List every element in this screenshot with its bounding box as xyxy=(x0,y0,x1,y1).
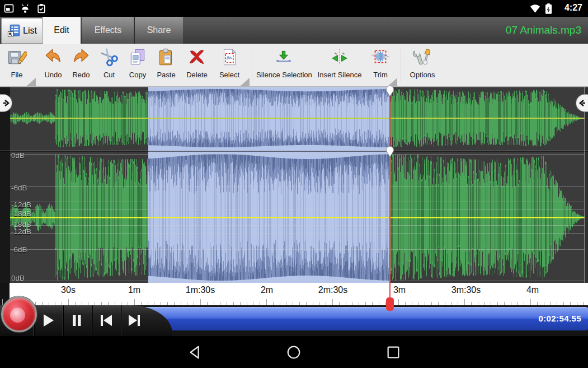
paste-button[interactable]: Paste xyxy=(152,47,180,84)
redo-button[interactable]: Redo xyxy=(68,47,94,84)
options-button[interactable]: Options xyxy=(404,47,441,84)
db-scale-label: -12dB xyxy=(11,227,31,236)
toolbar-button-label: Undo xyxy=(40,71,66,79)
toolbar-divider xyxy=(252,49,252,82)
timeline-tick xyxy=(332,299,333,305)
undo-icon xyxy=(40,47,66,69)
playhead-line[interactable] xyxy=(389,87,391,283)
toolbar-button-label: Silence Selection xyxy=(256,71,311,79)
timeline-tick xyxy=(398,299,399,305)
screenshot-icon xyxy=(3,3,15,14)
toolbar: FileUndoRedoCutCopyPasteDeleteSelectSile… xyxy=(0,44,588,87)
waveform-canvas[interactable] xyxy=(0,87,588,283)
timeline-tick xyxy=(2,299,3,305)
select-icon xyxy=(214,47,245,69)
timeline-label: 1m:30s xyxy=(186,285,215,295)
timeline-label: 2m xyxy=(261,285,273,295)
copy-icon xyxy=(124,47,151,69)
transport-bar: 0:02:54.55 xyxy=(0,305,588,336)
transport-separator xyxy=(121,305,121,336)
cut-icon xyxy=(96,47,122,69)
timeline-tick xyxy=(266,299,267,305)
battery-charging-icon xyxy=(545,3,552,15)
copy-button[interactable]: Copy xyxy=(124,47,151,84)
transport-progress-bar xyxy=(133,307,588,330)
back-button[interactable] xyxy=(187,344,203,360)
arrow-right-icon xyxy=(2,96,11,110)
playhead-handle-top[interactable] xyxy=(385,86,395,97)
toolbar-button-label: Redo xyxy=(68,71,94,79)
scroll-right-edge-button[interactable] xyxy=(576,94,588,112)
undo-button[interactable]: Undo xyxy=(40,47,66,84)
pause-button[interactable] xyxy=(68,312,85,329)
skip-to-start-button[interactable] xyxy=(97,312,114,329)
timeline-tick xyxy=(134,299,135,305)
options-icon xyxy=(404,47,441,69)
timeline-label: 3m:30s xyxy=(451,285,481,295)
arrow-left-icon xyxy=(578,96,587,110)
record-button[interactable] xyxy=(1,296,37,332)
transport-separator xyxy=(92,305,92,336)
db-scale-label: -12dB xyxy=(11,201,31,209)
paste-icon xyxy=(152,47,180,69)
toolbar-button-label: Cut xyxy=(96,71,122,79)
list-button[interactable]: List xyxy=(1,18,43,44)
timeline-tick xyxy=(464,299,465,305)
usb-debugging-icon xyxy=(20,3,31,14)
select-button[interactable]: Select xyxy=(214,47,245,84)
tab-effects[interactable]: Effects xyxy=(82,17,134,44)
timeline-tick xyxy=(68,299,69,305)
insert-silence-icon xyxy=(313,47,366,69)
tab-bar: List EditEffectsShare 07 Animals.mp3 xyxy=(0,17,588,44)
dropdown-corner-icon[interactable] xyxy=(240,78,250,86)
toolbar-divider xyxy=(401,49,401,82)
db-scale-label: 0dB xyxy=(11,274,25,282)
file-icon xyxy=(2,47,31,69)
timeline-playhead-marker[interactable] xyxy=(386,297,394,311)
timeline-tick xyxy=(530,299,531,305)
notification-icons xyxy=(3,2,47,15)
tab-share[interactable]: Share xyxy=(134,17,183,44)
db-scale-label: 0dB xyxy=(11,151,25,160)
playback-time: 0:02:54.55 xyxy=(538,314,581,323)
timeline-label: 2m:30s xyxy=(318,285,347,295)
record-icon xyxy=(10,308,25,323)
skip-to-end-button[interactable] xyxy=(126,312,143,329)
timeline-label: 3m xyxy=(393,285,406,295)
file-button[interactable]: File xyxy=(2,47,31,84)
timeline-tick xyxy=(200,299,201,305)
android-nav-bar xyxy=(0,336,588,368)
transport-buttons-panel xyxy=(0,305,172,336)
dropdown-corner-icon[interactable] xyxy=(388,78,397,86)
playhead-handle-middle[interactable] xyxy=(385,146,395,157)
toolbar-button-label: Paste xyxy=(152,71,180,79)
timeline-label: 1m xyxy=(128,285,140,295)
cut-button[interactable]: Cut xyxy=(96,47,122,84)
timeline-label: 4m xyxy=(526,285,539,295)
trim-icon xyxy=(368,47,393,69)
trim-button[interactable]: Trim xyxy=(368,47,393,84)
db-scale-label: -6dB xyxy=(11,245,27,254)
recents-button[interactable] xyxy=(385,344,401,360)
status-bar: 4:27 xyxy=(0,0,588,17)
silence-selection-button[interactable]: Silence Selection xyxy=(256,47,311,84)
toolbar-button-label: Options xyxy=(404,71,441,79)
db-scale-label: -6dB xyxy=(11,184,27,192)
transport-separator xyxy=(63,305,63,336)
silence-selection-icon xyxy=(256,47,311,69)
waveform-view[interactable]: 0dB-6dB-12dB-18dB-18dB-12dB-6dB0dB xyxy=(0,87,588,283)
timeline-ruler[interactable]: 30s1m1m:30s2m2m:30s3m3m:30s4m xyxy=(0,283,588,305)
db-scale-label: -18dB xyxy=(11,209,31,218)
dropdown-corner-icon[interactable] xyxy=(26,78,36,86)
play-button[interactable] xyxy=(39,312,56,329)
insert-silence-button[interactable]: Insert Silence xyxy=(313,47,366,84)
timeline-label: 30s xyxy=(61,285,76,295)
status-clock: 4:27 xyxy=(565,3,582,13)
toolbar-button-label: Copy xyxy=(124,71,151,79)
tab-edit[interactable]: Edit xyxy=(43,17,81,44)
home-button[interactable] xyxy=(286,344,302,360)
delete-button[interactable]: Delete xyxy=(182,47,211,84)
audio-editor-app: 4:27 List EditEffectsShare 07 Animals.mp… xyxy=(0,0,588,368)
toolbar-button-label: Insert Silence xyxy=(313,71,366,79)
wifi-icon xyxy=(529,3,541,13)
